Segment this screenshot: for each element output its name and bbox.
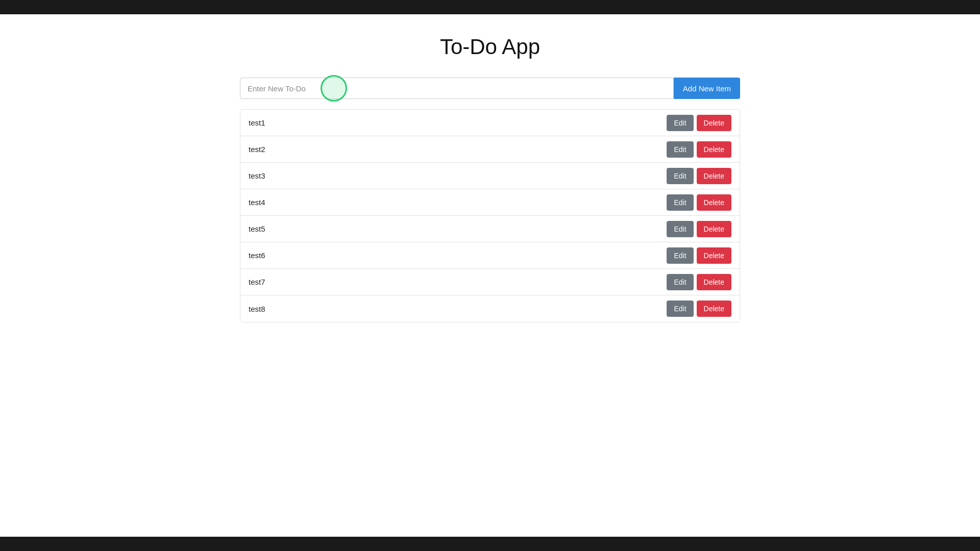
todo-item-actions: EditDelete <box>667 247 731 264</box>
edit-button-5[interactable]: Edit <box>667 221 693 237</box>
edit-button-1[interactable]: Edit <box>667 115 693 131</box>
edit-button-7[interactable]: Edit <box>667 274 693 290</box>
edit-button-2[interactable]: Edit <box>667 141 693 158</box>
delete-button-7[interactable]: Delete <box>697 274 731 290</box>
todo-item: test3EditDelete <box>240 163 740 189</box>
edit-button-6[interactable]: Edit <box>667 247 693 264</box>
todo-item-text: test2 <box>249 145 265 154</box>
edit-button-3[interactable]: Edit <box>667 168 693 184</box>
todo-item-text: test1 <box>249 118 265 127</box>
todo-item: test8EditDelete <box>240 295 740 322</box>
top-bar <box>0 0 980 14</box>
todo-list: test1EditDeletetest2EditDeletetest3EditD… <box>240 109 740 322</box>
todo-item-text: test6 <box>249 251 265 260</box>
todo-item-actions: EditDelete <box>667 168 731 184</box>
todo-item-actions: EditDelete <box>667 194 731 211</box>
bottom-bar <box>0 537 980 551</box>
todo-item-actions: EditDelete <box>667 274 731 290</box>
todo-item-actions: EditDelete <box>667 115 731 131</box>
todo-item: test4EditDelete <box>240 189 740 216</box>
page-title: To-Do App <box>440 35 540 59</box>
delete-button-3[interactable]: Delete <box>697 168 731 184</box>
todo-item: test6EditDelete <box>240 242 740 269</box>
delete-button-2[interactable]: Delete <box>697 141 731 158</box>
todo-item: test5EditDelete <box>240 216 740 242</box>
delete-button-4[interactable]: Delete <box>697 194 731 211</box>
new-todo-input[interactable] <box>240 78 674 99</box>
todo-item-text: test5 <box>249 224 265 233</box>
todo-item-actions: EditDelete <box>667 300 731 317</box>
delete-button-5[interactable]: Delete <box>697 221 731 237</box>
todo-item-text: test3 <box>249 171 265 180</box>
todo-item: test7EditDelete <box>240 269 740 295</box>
todo-item-text: test8 <box>249 305 265 313</box>
input-row: Add New Item <box>240 78 740 99</box>
todo-item: test1EditDelete <box>240 110 740 136</box>
edit-button-8[interactable]: Edit <box>667 300 693 317</box>
todo-item-actions: EditDelete <box>667 221 731 237</box>
todo-item-actions: EditDelete <box>667 141 731 158</box>
app-container: Add New Item test1EditDeletetest2EditDel… <box>240 78 740 322</box>
todo-item-text: test4 <box>249 198 265 207</box>
todo-item: test2EditDelete <box>240 136 740 163</box>
add-new-item-button[interactable]: Add New Item <box>674 78 740 99</box>
delete-button-1[interactable]: Delete <box>697 115 731 131</box>
delete-button-6[interactable]: Delete <box>697 247 731 264</box>
delete-button-8[interactable]: Delete <box>697 300 731 317</box>
main-content: To-Do App Add New Item test1EditDeletete… <box>0 14 980 537</box>
todo-item-text: test7 <box>249 278 265 286</box>
edit-button-4[interactable]: Edit <box>667 194 693 211</box>
